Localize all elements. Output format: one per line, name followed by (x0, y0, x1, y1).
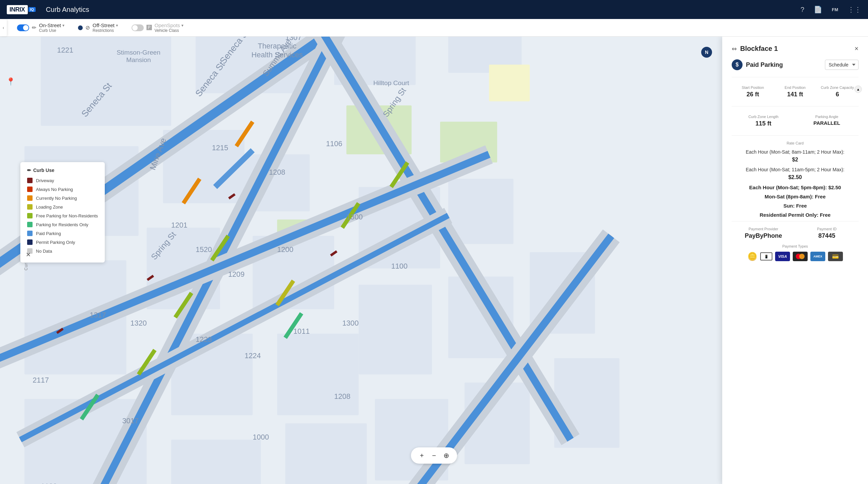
off-street-chevron[interactable]: ▾ (116, 23, 118, 28)
on-street-labels: On-Street ▾ Curb Use (39, 22, 64, 33)
driveway-label: Driveway (36, 178, 54, 183)
legend-item-always-no-parking: Always No Parking (27, 187, 98, 192)
open-spots-chevron[interactable]: ▾ (181, 23, 183, 28)
on-street-sublabel: Curb Use (39, 28, 64, 33)
capacity-value: 6 (817, 91, 857, 98)
legend-item-currently-no-parking: Currently No Parking (27, 195, 98, 201)
svg-text:1100: 1100 (391, 262, 408, 270)
svg-text:1320: 1320 (131, 319, 147, 327)
free-parking-swatch (27, 213, 33, 218)
svg-text:1215: 1215 (212, 143, 228, 152)
off-street-group: ⊘ Off-Street ▾ Restrictions (78, 22, 118, 33)
svg-text:1011: 1011 (293, 327, 310, 335)
compass: N (701, 47, 712, 58)
residents-only-label: Parking for Residents Only (36, 222, 88, 227)
legend-item-paid-parking: Paid Parking (27, 231, 98, 236)
open-spots-labels: OpenSpots ▾ Vehicle Class (155, 22, 183, 33)
zoom-out-button[interactable]: − (429, 450, 439, 461)
svg-rect-24 (285, 423, 367, 484)
payment-grid: Payment Provider PayByPhone Payment ID 8… (732, 227, 859, 239)
permit-parking-swatch (27, 239, 33, 245)
svg-text:Hilltop Court: Hilltop Court (373, 79, 409, 86)
svg-text:1208: 1208 (334, 392, 351, 401)
legend-item-residents-only: Parking for Residents Only (27, 222, 98, 227)
rate-row-6: Residential Permit Only: Free (732, 212, 859, 218)
capacity-label: Curb Zone Capacity (817, 85, 857, 90)
app-title: Curb Analytics (46, 6, 89, 14)
off-street-labels: Off-Street ▾ Restrictions (93, 22, 118, 33)
legend-item-loading-zone: Loading Zone (27, 204, 98, 210)
sidebar-collapse-toggle[interactable]: ‹ (0, 19, 7, 36)
open-spots-group: 🅿 OpenSpots ▾ Vehicle Class (132, 22, 183, 33)
start-position-label: Start Position (733, 85, 773, 90)
length-label: Curb Zone Length (733, 115, 794, 119)
svg-text:1307: 1307 (285, 37, 301, 42)
start-position-value: 26 ft (733, 91, 773, 98)
no-data-label: No Data (36, 249, 52, 254)
on-street-chevron[interactable]: ▾ (62, 23, 64, 28)
angle-label: Parking Angle (796, 115, 857, 119)
currently-no-parking-label: Currently No Parking (36, 196, 77, 201)
svg-text:Therapeutic: Therapeutic (258, 42, 296, 50)
layers-button[interactable]: ⊕ (441, 450, 452, 461)
help-icon[interactable]: ? (801, 6, 804, 14)
rate-row-5: Sun: Free (732, 203, 859, 209)
rate-value-2: $2.50 (732, 174, 859, 180)
legend-close-button[interactable]: ✕ (26, 251, 31, 258)
fm-icon[interactable]: FM (832, 7, 838, 12)
payment-types-label: Payment Types (732, 244, 859, 248)
permit-parking-label: Permit Parking Only (36, 240, 75, 245)
legend-item-no-data: No Data (27, 248, 98, 254)
coins-payment-icon: 🪙 (747, 252, 757, 261)
svg-text:1208: 1208 (269, 168, 285, 176)
parking-header: $ Paid Parking Schedule (732, 59, 859, 70)
rate-value-1: $2 (732, 157, 859, 163)
on-street-label: On-Street (39, 22, 61, 28)
scroll-up-indicator[interactable]: ▲ (854, 85, 862, 93)
rate-card-title: Rate Card (732, 141, 859, 145)
paid-parking-swatch (27, 231, 33, 236)
open-spots-toggle[interactable] (132, 24, 144, 31)
visa-payment-icon: VISA (775, 252, 790, 261)
legend-item-driveway: Driveway (27, 178, 98, 183)
nav-icons: ? 📄 FM ⋮⋮ (801, 5, 861, 14)
rate-row-3: Each Hour (Mon-Sat; 5pm-8pm): $2.50 (732, 185, 859, 190)
svg-text:3017: 3017 (122, 417, 139, 425)
document-icon[interactable]: 📄 (814, 5, 822, 14)
legend-panel: ✏ Curb Use Driveway Always No Parking Cu… (20, 162, 105, 263)
always-no-parking-swatch (27, 187, 33, 192)
end-position-value: 141 ft (775, 91, 815, 98)
zoom-in-button[interactable]: + (416, 450, 427, 461)
stats-grid-bottom: Curb Zone Length 115 ft Parking Angle PA… (732, 106, 859, 130)
toolbar: ‹ ✏ On-Street ▾ Curb Use ⊘ Off-Street ▾ … (0, 19, 868, 37)
on-street-group: ✏ On-Street ▾ Curb Use (17, 22, 64, 33)
angle-stat: Parking Angle PARALLEL (795, 112, 859, 130)
off-street-sublabel: Restrictions (93, 28, 118, 33)
start-position-stat: Start Position 26 ft (732, 83, 774, 101)
schedule-select[interactable]: Schedule (825, 60, 859, 70)
location-pin[interactable]: 📍 (6, 77, 15, 86)
parking-title-row: $ Paid Parking (732, 59, 783, 70)
paid-parking-icon: $ (732, 59, 743, 70)
generic-card-payment-icon: 💳 (828, 252, 843, 261)
map-container: Seneca St Seneca St Seneca St Mine Ave S… (0, 37, 868, 484)
length-value: 115 ft (733, 120, 794, 127)
inrix-logo: INRIX (7, 5, 28, 14)
paid-parking-label: Paid Parking (36, 231, 61, 236)
grid-icon[interactable]: ⋮⋮ (848, 5, 861, 14)
payment-id-value: 87445 (795, 232, 859, 239)
svg-text:1200: 1200 (277, 245, 293, 254)
on-street-toggle[interactable] (17, 24, 29, 31)
panel-close-button[interactable]: × (854, 45, 859, 53)
svg-text:1300: 1300 (347, 213, 363, 221)
blockface-arrows-icon: ⇔ (732, 45, 737, 53)
driveway-swatch (27, 178, 33, 183)
top-navigation: INRIXIQ Curb Analytics ? 📄 FM ⋮⋮ (0, 0, 868, 19)
svg-text:1106: 1106 (326, 139, 342, 148)
side-panel: ⇔ Blockface 1 × $ Paid Parking Schedule … (722, 37, 868, 484)
stats-grid-top: Start Position 26 ft End Position 141 ft… (732, 77, 859, 101)
svg-text:1223: 1223 (196, 335, 212, 344)
open-spots-icon: 🅿 (146, 25, 152, 31)
legend-item-permit-parking: Permit Parking Only (27, 239, 98, 245)
rate-row-4: Mon-Sat (8pm-8am): Free (732, 194, 859, 199)
